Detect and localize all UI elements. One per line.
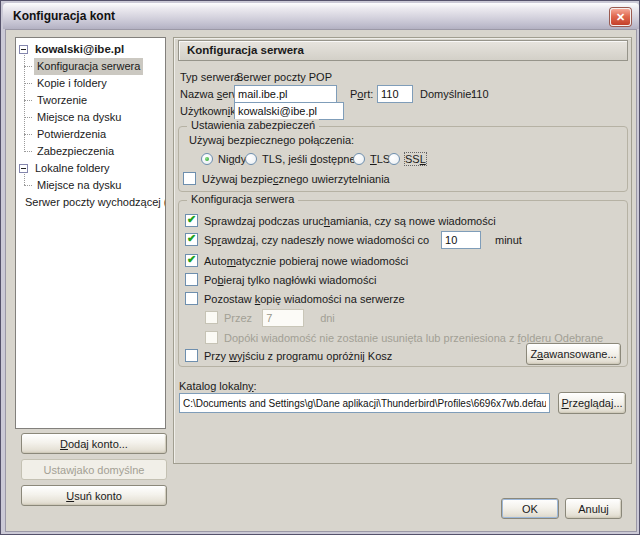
server-settings-panel: Konfiguracja serwera Typ serwera: Serwer…	[173, 37, 632, 464]
tree-branch-icon	[24, 185, 32, 186]
radio-tls-if-available[interactable]: TLS, jeśli dostępne	[245, 152, 356, 166]
title-bar[interactable]: Konfiguracja kont ✕	[3, 3, 639, 29]
ok-button[interactable]: OK	[501, 498, 559, 519]
tree-item-label: Konfiguracja serwera	[34, 58, 143, 75]
tree-item-label: Lokalne foldery	[32, 160, 113, 177]
headers-only-checkbox[interactable]	[185, 273, 198, 286]
leave-for-days-row: Przez dni	[205, 310, 335, 325]
browse-button[interactable]: Przeglądaj...	[558, 392, 626, 414]
security-group-legend: Ustawienia zabezpieczeń	[187, 119, 319, 131]
server-type-label: Typ serwera:	[180, 71, 243, 83]
headers-only-label[interactable]: Pobieraj tylko nagłówki wiadomości	[204, 274, 376, 286]
leave-for-days-input	[262, 309, 304, 327]
leave-copy-checkbox[interactable]	[185, 292, 198, 305]
check-interval-checkbox[interactable]	[185, 233, 198, 246]
tree-item-account-root[interactable]: kowalski@ibe.pl	[16, 41, 165, 58]
remove-account-button[interactable]: Usuń konto	[21, 485, 167, 506]
local-directory-input[interactable]	[179, 393, 550, 413]
tree-item-receipts[interactable]: Potwierdzenia	[16, 126, 165, 143]
radio-ssl-label[interactable]: SSL	[405, 153, 426, 165]
tree-item-label: Miejsce na dysku	[34, 177, 124, 194]
tree-item-label: Potwierdzenia	[34, 126, 109, 143]
days-unit-label: dni	[320, 312, 335, 324]
headers-only-row[interactable]: Pobieraj tylko nagłówki wiadomości	[185, 272, 376, 287]
port-input[interactable]	[377, 85, 413, 103]
check-startup-checkbox[interactable]	[185, 214, 198, 227]
port-label: Port:	[350, 88, 373, 100]
set-default-account-button: Ustaw jako domyślne	[21, 459, 167, 480]
leave-copy-label[interactable]: Pozostaw kopię wiadomości na serwerze	[204, 293, 405, 305]
add-account-button[interactable]: Dodaj konto...	[21, 433, 167, 454]
radio-tls[interactable]: TLS	[353, 152, 390, 166]
interval-minutes-input[interactable]	[441, 231, 481, 249]
empty-trash-label[interactable]: Przy wyjściu z programu opróżnij Kosz	[204, 350, 392, 362]
server-name-input[interactable]	[234, 85, 337, 103]
check-startup-label[interactable]: Sprawdzaj podczas uruchamiania, czy są n…	[204, 215, 496, 227]
tree-item-label: Zabezpieczenia	[34, 143, 117, 160]
tree-item-server-settings[interactable]: Konfiguracja serwera	[16, 58, 165, 75]
tree-item-local-disk-space[interactable]: Miejsce na dysku	[16, 177, 165, 194]
tree-item-label: Tworzenie	[34, 92, 90, 109]
check-interval-label[interactable]: Sprawdzaj, czy nadeszły nowe wiadomości …	[204, 234, 429, 246]
check-startup-row[interactable]: Sprawdzaj podczas uruchamiania, czy są n…	[185, 213, 496, 228]
username-label: Użytkownik:	[180, 105, 239, 117]
window-title: Konfiguracja kont	[13, 3, 115, 29]
radio-tls-if-available-label[interactable]: TLS, jeśli dostępne	[262, 153, 356, 165]
radio-never-icon[interactable]	[201, 153, 213, 165]
leave-copy-row[interactable]: Pozostaw kopię wiadomości na serwerze	[185, 291, 405, 306]
radio-ssl[interactable]: SSL	[388, 152, 426, 166]
cancel-button[interactable]: Anuluj	[565, 498, 622, 519]
secure-auth-checkbox[interactable]	[183, 172, 196, 185]
local-directory-label: Katalog lokalny:	[179, 380, 257, 392]
tree-branch-icon	[24, 134, 32, 135]
advanced-button[interactable]: Zaawansowane...	[526, 343, 621, 365]
radio-tls-if-available-icon[interactable]	[245, 153, 257, 165]
tree-item-disk-space[interactable]: Miejsce na dysku	[16, 109, 165, 126]
leave-for-days-checkbox	[205, 311, 218, 324]
leave-for-days-label: Przez	[224, 312, 252, 324]
tree-item-composition[interactable]: Tworzenie	[16, 92, 165, 109]
server-config-group: Konfiguracja serwera Sprawdzaj podczas u…	[178, 200, 628, 367]
collapse-expander-icon[interactable]	[19, 45, 28, 54]
secure-connection-label: Używaj bezpiecznego połączenia:	[189, 134, 354, 146]
until-deleted-checkbox	[205, 331, 218, 344]
port-default-label: Domyślnie:	[420, 88, 474, 100]
account-settings-dialog: Konfiguracja kont ✕ kowalski@ibe.pl Konf…	[0, 0, 640, 535]
tree-branch-icon	[24, 66, 32, 67]
tree-item-local-folders[interactable]: Lokalne foldery	[16, 160, 165, 177]
close-icon[interactable]: ✕	[610, 8, 631, 26]
server-config-legend: Konfiguracja serwera	[187, 193, 298, 205]
tree-item-label: Serwer poczty wychodzącej (S...	[22, 194, 166, 211]
until-deleted-label: Dopóki wiadomość nie zostanie usunięta l…	[224, 332, 603, 344]
panel-title: Konfiguracja serwera	[178, 40, 628, 61]
secure-auth-label[interactable]: Używaj bezpiecznego uwierzytelniania	[202, 173, 390, 185]
interval-unit-label: minut	[495, 234, 522, 246]
tree-branch-icon	[24, 151, 32, 152]
tree-branch-icon	[24, 83, 32, 84]
tree-item-label: kowalski@ibe.pl	[32, 41, 127, 58]
empty-trash-checkbox[interactable]	[185, 349, 198, 362]
auto-download-row[interactable]: Automatycznie pobieraj nowe wiadomości	[185, 253, 408, 268]
tree-item-copies-folders[interactable]: Kopie i foldery	[16, 75, 165, 92]
radio-ssl-icon[interactable]	[388, 153, 400, 165]
radio-never[interactable]: Nigdy	[201, 152, 246, 166]
auto-download-label[interactable]: Automatycznie pobieraj nowe wiadomości	[204, 255, 408, 267]
empty-trash-row[interactable]: Przy wyjściu z programu opróżnij Kosz	[185, 348, 392, 363]
radio-never-label[interactable]: Nigdy	[218, 153, 246, 165]
auto-download-checkbox[interactable]	[185, 254, 198, 267]
tree-item-smtp-server[interactable]: Serwer poczty wychodzącej (S...	[16, 194, 165, 211]
secure-auth-checkbox-row[interactable]: Używaj bezpiecznego uwierzytelniania	[183, 171, 390, 186]
security-settings-group: Ustawienia zabezpieczeń Używaj bezpieczn…	[178, 126, 628, 192]
tree-item-label: Miejsce na dysku	[34, 109, 124, 126]
check-interval-row[interactable]: Sprawdzaj, czy nadeszły nowe wiadomości …	[185, 232, 522, 247]
radio-tls-icon[interactable]	[353, 153, 365, 165]
tree-item-label: Kopie i foldery	[34, 75, 110, 92]
username-input[interactable]	[234, 102, 344, 120]
collapse-expander-icon[interactable]	[19, 164, 28, 173]
port-default-value: 110	[471, 88, 489, 100]
tree-branch-icon	[24, 117, 32, 118]
tree-branch-icon	[24, 100, 32, 101]
account-tree[interactable]: kowalski@ibe.pl Konfiguracja serwera Kop…	[15, 37, 166, 429]
tree-item-security[interactable]: Zabezpieczenia	[16, 143, 165, 160]
server-type-value: Serwer poczty POP	[236, 71, 332, 83]
